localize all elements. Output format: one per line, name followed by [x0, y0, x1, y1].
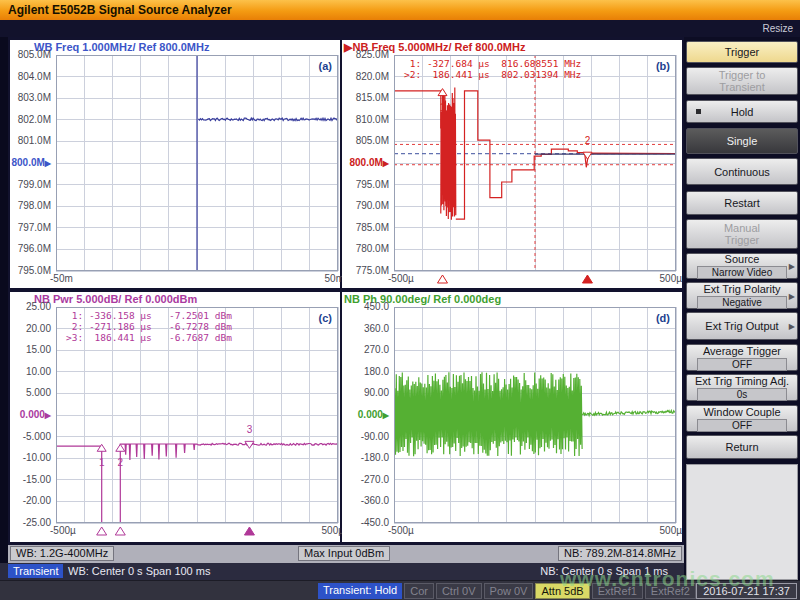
y-tick-label: 775.0M	[342, 265, 389, 276]
svg-text:3: 3	[247, 424, 253, 435]
chart-c-title: NB Pwr 5.000dB/ Ref 0.000dBm	[34, 293, 197, 305]
taskbar-item-pow-0v: Pow 0V	[484, 583, 534, 599]
y-tick-label: -15.00	[10, 474, 51, 485]
x-tick-label: -500µ	[50, 525, 76, 536]
wb-range-indicator: WB: 1.2G-400MHz	[10, 546, 114, 561]
chart-d-nb-phase: NB Ph 90.00deg/ Ref 0.000deg 450.0360.02…	[342, 292, 682, 542]
softkey-trigger-to: Trigger toTransient	[686, 67, 798, 95]
y-tick-label: -10.00	[10, 452, 51, 463]
resize-button[interactable]: Resize	[762, 23, 793, 34]
x-tick-label: 500µ	[624, 273, 682, 284]
taskbar-item-extref1: ExtRef1	[592, 583, 643, 599]
datetime-display: 2016-07-21 17:37	[696, 583, 797, 599]
softkey-window-couple[interactable]: Window CoupleOFF	[686, 405, 798, 432]
softkey-return[interactable]: Return	[686, 435, 798, 459]
ref-level-icon: ▶	[383, 411, 389, 420]
panel-letter: (c)	[304, 312, 332, 324]
softkey-label: Continuous	[714, 166, 770, 178]
resize-bar: Resize	[0, 20, 800, 37]
chart-a-plot	[56, 55, 338, 287]
y-tick-label: -450.0	[342, 517, 389, 528]
softkey-single[interactable]: Single	[686, 128, 798, 154]
y-tick-label: -180.0	[342, 452, 389, 463]
softkey-value: Negative	[697, 296, 787, 309]
softkey-value: Narrow Video	[697, 266, 787, 279]
svg-text:2: 2	[118, 457, 124, 468]
softkey-empty-panel	[686, 464, 798, 580]
y-tick-label: 799.0M	[10, 179, 51, 190]
taskbar-item-attn-5db: Attn 5dB	[535, 583, 589, 599]
y-tick-label: 785.0M	[342, 222, 389, 233]
y-tick-label: 805.0M	[342, 135, 389, 146]
chart-c-nb-power: NB Pwr 5.000dB/ Ref 0.000dBm 12325.0020.…	[10, 292, 340, 542]
y-tick-label: 797.0M	[10, 222, 51, 233]
softkey-value: OFF	[697, 419, 787, 432]
window-title: Agilent E5052B Signal Source Analyzer	[8, 3, 232, 17]
softkey-value: OFF	[697, 358, 787, 371]
selected-bullet-icon	[696, 109, 701, 114]
softkey-label: Restart	[724, 197, 759, 209]
softkey-continuous[interactable]: Continuous	[686, 158, 798, 185]
y-tick-label: 795.0M	[10, 265, 51, 276]
y-tick-label: -360.0	[342, 495, 389, 506]
y-tick-label: 5.000	[10, 387, 51, 398]
y-tick-label: 798.0M	[10, 200, 51, 211]
softkey-label: Hold	[731, 106, 754, 118]
submenu-arrow-icon: ▶	[789, 291, 795, 303]
chart-d-plot	[394, 307, 676, 539]
y-tick-label: 450.0	[342, 301, 389, 312]
softkey-label: Manual	[724, 222, 760, 234]
softkey-label: Ext Trig Timing Adj.	[695, 375, 789, 387]
softkey-ext-trig-output[interactable]: Ext Trig Output▶	[686, 312, 798, 340]
y-tick-label: -20.00	[10, 495, 51, 506]
marker-readout: 1: -327.684 µs 816.688551 MHz >2: 186.44…	[404, 58, 581, 80]
submenu-arrow-icon: ▶	[789, 321, 795, 333]
x-tick-label: 50m	[286, 273, 344, 284]
ref-level-icon: ▶	[45, 159, 51, 168]
display-area: WB Freq 1.000MHz/ Ref 800.0MHz 805.0M804…	[8, 37, 684, 545]
max-input-indicator: Max Input 0dBm	[298, 546, 390, 561]
softkey-hold[interactable]: Hold	[686, 100, 798, 123]
svg-text:1: 1	[99, 457, 105, 468]
softkey-label: Trigger	[725, 46, 759, 58]
softkey-ext-trig-timing-adj-[interactable]: Ext Trig Timing Adj.0s	[686, 374, 798, 401]
softkey-average-trigger[interactable]: Average TriggerOFF	[686, 344, 798, 371]
y-tick-label: 800.0M▶	[10, 157, 51, 168]
marker-readout: 1: -336.158 µs -7.2501 dBm 2: -271.186 µ…	[66, 310, 232, 343]
y-tick-label: 360.0	[342, 323, 389, 334]
y-tick-label: 270.0	[342, 344, 389, 355]
chart-a-wb-freq: WB Freq 1.000MHz/ Ref 800.0MHz 805.0M804…	[10, 40, 340, 288]
y-tick-label: 803.0M	[10, 92, 51, 103]
y-tick-label: -5.000	[10, 431, 51, 442]
x-tick-label: 500µ	[624, 525, 682, 536]
softkey-menu: TriggerTrigger toTransientHoldSingleCont…	[684, 37, 800, 580]
svg-text:1: 1	[440, 102, 446, 113]
y-tick-label: 0.000▶	[342, 409, 389, 420]
y-tick-label: 825.0M	[342, 49, 389, 60]
instrument-screen: Agilent E5052B Signal Source Analyzer Re…	[0, 0, 800, 600]
softkey-restart[interactable]: Restart	[686, 191, 798, 215]
y-tick-label: 20.00	[10, 323, 51, 334]
y-tick-label: 815.0M	[342, 92, 389, 103]
taskbar-item-cor: Cor	[404, 583, 434, 599]
panel-letter: (d)	[642, 312, 670, 324]
softkey-label: Single	[727, 135, 758, 147]
chart-b-nb-freq: ▶NB Freq 5.000MHz/ Ref 800.0MHz 12825.0M…	[342, 40, 682, 288]
nb-sweep-settings: NB: Center 0 s Span 1 ms	[540, 565, 668, 577]
taskbar-item-transient-hold: Transient: Hold	[318, 583, 402, 599]
y-tick-label: 805.0M	[10, 49, 51, 60]
softkey-label: Window Couple	[703, 406, 780, 418]
softkey-label: Transient	[719, 81, 764, 93]
softkey-source[interactable]: SourceNarrow Video▶	[686, 253, 798, 279]
y-tick-label: 820.0M	[342, 71, 389, 82]
x-tick-label: -500µ	[388, 525, 414, 536]
softkey-label: Return	[725, 441, 758, 453]
softkey-ext-trig-polarity[interactable]: Ext Trig PolarityNegative▶	[686, 282, 798, 309]
softkey-label: Source	[725, 253, 760, 265]
y-tick-label: 795.0M	[342, 179, 389, 190]
range-status-bar: WB: 1.2G-400MHz Max Input 0dBm NB: 789.2…	[8, 545, 684, 563]
chart-b-plot: 12	[394, 55, 676, 287]
window-title-bar: Agilent E5052B Signal Source Analyzer	[0, 0, 800, 20]
svg-text:2: 2	[585, 135, 591, 146]
softkey-trigger[interactable]: Trigger	[686, 41, 798, 63]
